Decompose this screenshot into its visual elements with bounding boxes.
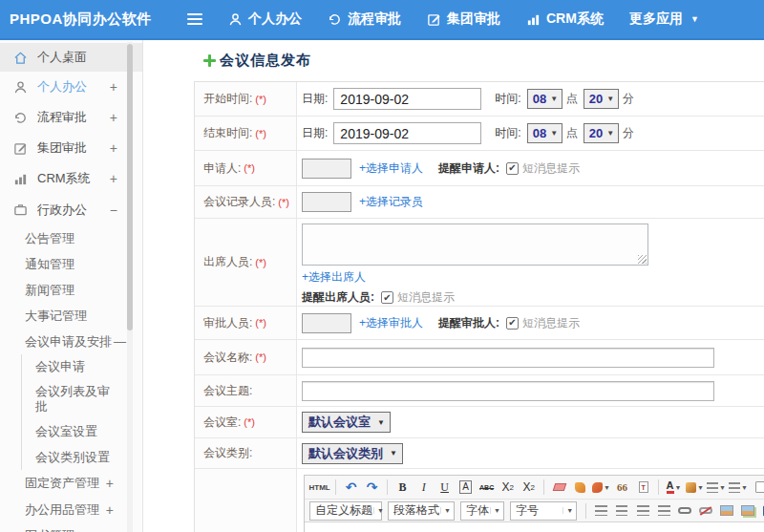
nav-crm-system[interactable]: CRM系统	[526, 11, 604, 28]
sidebar-scrollbar[interactable]	[127, 42, 133, 532]
align-justify-icon[interactable]	[655, 501, 673, 520]
sms-checkbox[interactable]: ✔	[381, 291, 393, 304]
nav-personal-office[interactable]: 个人办公	[228, 11, 302, 28]
undo-icon[interactable]: ↶	[342, 479, 360, 497]
nav-workflow-approval[interactable]: 流程审批	[328, 11, 401, 28]
superscript-icon[interactable]: X2	[499, 479, 517, 497]
menu-toggle-button[interactable]	[187, 11, 202, 28]
ordered-list-icon[interactable]: ▼	[707, 479, 726, 497]
meeting-name-input[interactable]	[302, 348, 714, 368]
sidebar-item-meeting-list-approval[interactable]: 会议列表及审批	[22, 379, 142, 419]
form-row-meeting-room: 会议室:(*) 默认会议室▼	[195, 407, 764, 438]
remove-format-eraser-icon[interactable]	[550, 479, 568, 497]
unordered-list-icon[interactable]: ▼	[729, 479, 748, 497]
remove-link-icon[interactable]	[697, 501, 715, 520]
form-row-approver: 审批人员:(*) +选择审批人 提醒审批人: ✔ 短消息提示	[195, 307, 764, 340]
collapse-icon[interactable]: —	[114, 334, 126, 349]
custom-heading-select[interactable]: 自定义标题▼	[309, 501, 382, 521]
choose-applicant-link[interactable]: +选择申请人	[359, 160, 423, 177]
required-mark: (*)	[255, 351, 266, 363]
editor-content-area[interactable]	[305, 521, 764, 532]
sms-checkbox[interactable]: ✔	[506, 317, 519, 330]
expand-icon[interactable]: +	[106, 502, 114, 518]
meeting-category-select[interactable]: 默认会议类别▼	[302, 443, 403, 464]
expand-icon[interactable]: +	[110, 140, 117, 156]
multi-image-icon[interactable]	[739, 501, 757, 520]
attendees-textarea[interactable]	[302, 223, 648, 266]
paragraph-format-select[interactable]: 段落格式▼	[388, 501, 455, 521]
expand-icon[interactable]: +	[106, 528, 114, 532]
end-date-input[interactable]	[333, 122, 481, 144]
bold-icon[interactable]: B	[393, 479, 412, 497]
start-date-input[interactable]	[333, 88, 481, 110]
sidebar-item-notice-mgmt[interactable]: 通知管理	[0, 251, 142, 277]
font-size-select[interactable]: 字号▼	[510, 501, 577, 521]
paste-as-text-icon[interactable]: T	[634, 479, 652, 497]
home-icon	[12, 51, 29, 65]
choose-approver-link[interactable]: +选择审批人	[359, 315, 423, 331]
expand-icon[interactable]: +	[110, 79, 117, 95]
sidebar-item-workflow-approval[interactable]: 流程审批 +	[0, 102, 142, 133]
sidebar-item-news-mgmt[interactable]: 新闻管理	[0, 277, 142, 303]
insert-image-icon[interactable]	[718, 501, 736, 520]
nav-group-approval[interactable]: 集团审批	[427, 11, 500, 28]
subscript-icon[interactable]: X2	[520, 479, 538, 497]
meeting-room-select[interactable]: 默认会议室▼	[302, 412, 391, 433]
choose-recorder-link[interactable]: +选择记录员	[359, 194, 423, 210]
strikethrough-icon[interactable]: ABC	[478, 479, 496, 497]
expand-icon[interactable]: +	[110, 171, 117, 186]
paint-format-icon[interactable]: ▼	[592, 479, 610, 497]
applicant-input[interactable]	[302, 159, 351, 179]
html-source-button[interactable]: HTML	[309, 479, 329, 497]
choose-attendees-link[interactable]: +选择出席人	[302, 269, 366, 286]
collapse-icon[interactable]: −	[110, 202, 117, 218]
sidebar-item-meeting-room-setup[interactable]: 会议室设置	[22, 419, 142, 444]
minute-unit: 分	[623, 91, 634, 107]
sidebar-item-admin-office[interactable]: 行政办公 −	[0, 194, 142, 225]
sidebar-item-crm-system[interactable]: CRM系统 +	[0, 163, 142, 194]
nav-more-apps[interactable]: 更多应用 ▼	[629, 11, 699, 28]
field-label: 会议记录人员:	[203, 194, 275, 210]
sidebar-item-group-approval[interactable]: 集团审批 +	[0, 133, 142, 163]
end-hour-select[interactable]: 08▼	[527, 123, 562, 143]
meeting-subject-input[interactable]	[302, 381, 714, 401]
insert-link-icon[interactable]	[676, 501, 694, 520]
main-content: 会议信息发布 开始时间:(*) 日期: 时间: 08▼ 点 20▼ 分 结束时间…	[143, 40, 764, 532]
sms-checkbox[interactable]: ✔	[506, 162, 519, 175]
start-minute-select[interactable]: 20▼	[584, 89, 619, 109]
nav-label: 流程审批	[348, 11, 401, 28]
end-minute-select[interactable]: 20▼	[584, 123, 619, 143]
underline-icon[interactable]: U	[435, 479, 454, 497]
form-row-meeting-name: 会议名称:(*)	[195, 340, 764, 375]
sidebar-item-memorabilia-mgmt[interactable]: 大事记管理	[0, 303, 142, 329]
approver-input[interactable]	[302, 313, 351, 333]
start-hour-select[interactable]: 08▼	[527, 89, 562, 109]
sidebar-item-personal-office[interactable]: 个人办公 +	[0, 72, 142, 102]
align-center-icon[interactable]	[613, 501, 631, 520]
recorder-input[interactable]	[302, 192, 351, 212]
sidebar-item-office-supplies-mgmt[interactable]: 办公用品管理 +	[0, 497, 142, 522]
sidebar-item-fixed-assets-mgmt[interactable]: 固定资产管理 +	[0, 470, 142, 497]
format-brush-icon[interactable]	[571, 479, 589, 497]
insert-media-icon[interactable]	[760, 501, 764, 520]
sidebar-item-library-mgmt[interactable]: 图书管理 +	[0, 522, 142, 532]
redo-icon[interactable]: ↷	[363, 479, 381, 497]
font-color-icon[interactable]: A▼	[665, 479, 683, 497]
scrollbar-thumb[interactable]	[127, 44, 133, 330]
align-left-icon[interactable]	[592, 501, 610, 520]
sidebar-item-desktop[interactable]: 个人桌面	[0, 43, 142, 72]
field-label: 出席人员:	[203, 254, 252, 270]
highlight-color-icon[interactable]: ▼	[686, 479, 704, 497]
italic-icon[interactable]: I	[414, 479, 433, 497]
expand-icon[interactable]: +	[106, 476, 114, 491]
sidebar-item-meeting-request-group[interactable]: 会议申请及安排 —	[0, 329, 142, 354]
new-document-icon[interactable]	[751, 479, 764, 497]
sidebar-item-meeting-category-setup[interactable]: 会议类别设置	[22, 444, 142, 470]
align-right-icon[interactable]	[634, 501, 652, 520]
character-border-icon[interactable]: A	[456, 479, 475, 497]
expand-icon[interactable]: +	[110, 110, 117, 125]
sidebar-item-meeting-apply[interactable]: 会议申请	[22, 354, 142, 379]
blockquote-icon[interactable]: 66	[613, 479, 631, 497]
sidebar-item-announcement-mgmt[interactable]: 公告管理	[0, 225, 142, 251]
font-family-select[interactable]: 字体▼	[460, 501, 504, 521]
